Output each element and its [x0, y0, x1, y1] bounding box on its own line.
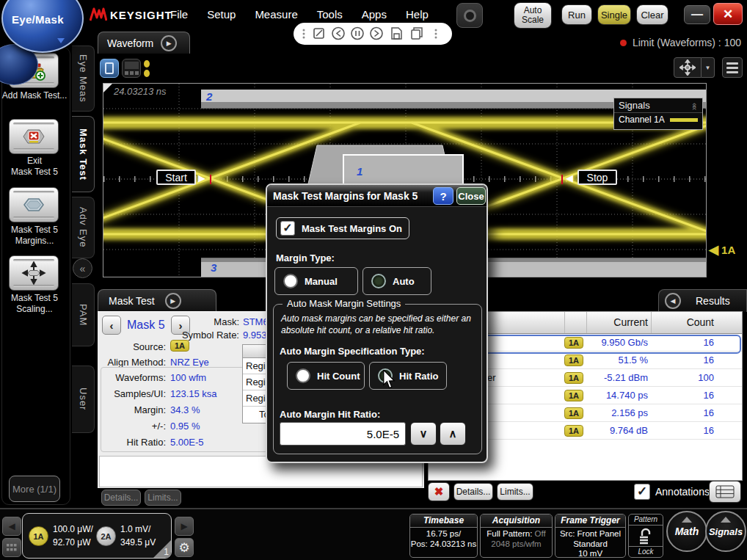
signals-legend[interactable]: Signals«« Channel 1A — [613, 98, 703, 130]
exit-mask-test-button[interactable] — [9, 119, 59, 154]
sidebar-tab-adv-eye[interactable]: Adv Eye — [72, 197, 95, 258]
pan-zoom-button[interactable] — [674, 57, 702, 78]
timebase-box[interactable]: Timebase 16.75 ps/ Pos: 24.03213 ns — [409, 514, 478, 558]
menu-file[interactable]: File — [170, 8, 188, 21]
dialog-help-button[interactable]: ? — [433, 187, 453, 205]
signals-button[interactable]: Signals — [705, 511, 746, 552]
channels-prev-button[interactable]: ◀ — [2, 517, 21, 536]
mask-margins-button[interactable] — [9, 187, 59, 222]
hit-ratio-input[interactable] — [280, 422, 406, 446]
channel-settings-gear-button[interactable]: ⚙ — [175, 538, 194, 557]
margin-type-manual-radio[interactable]: Manual — [274, 267, 358, 295]
save-all-icon — [412, 28, 422, 39]
menu-hamburger-button[interactable] — [722, 57, 743, 78]
channel-settings-panel[interactable]: 1A 100.0 μW/ 92.70 μW 2A 1.0 mV/ 349.5 μ… — [22, 513, 172, 559]
signals-label: Signals — [709, 526, 743, 537]
annotations-checkbox[interactable]: ✓ — [634, 484, 650, 500]
menu-tools[interactable]: Tools — [317, 8, 343, 21]
margin-type-auto-radio[interactable]: Auto — [362, 267, 431, 295]
column-count[interactable]: Count — [651, 312, 717, 333]
single-display-button[interactable] — [100, 59, 119, 78]
auto-margin-settings-group: Auto Mask Margin Settings Auto mask marg… — [273, 304, 482, 454]
single-display-icon — [105, 62, 114, 74]
eye-mask-logo[interactable]: Eye/Mask — [0, 0, 97, 90]
channel-1a-badge[interactable]: 1A — [29, 526, 48, 546]
clear-button[interactable]: Clear — [636, 4, 668, 25]
minimize-button[interactable]: — — [684, 5, 710, 24]
pause-icon — [351, 28, 363, 40]
window-close-button[interactable]: ✕ — [713, 3, 743, 25]
start-marker-label[interactable]: Start — [156, 170, 196, 185]
tab-results-panel[interactable]: ◀ Results — [658, 289, 747, 312]
pattern-lock-box[interactable]: Pattern Lock — [628, 514, 663, 558]
app-title: Eye/Mask — [12, 13, 64, 26]
display-overflow-dots-icon[interactable] — [144, 60, 151, 78]
frame-trigger-box[interactable]: Frame Trigger Src: Front Panel Standard … — [555, 514, 626, 558]
channel-1a-marker[interactable]: ◀1A — [709, 242, 735, 258]
channels-next-button[interactable]: ▶ — [175, 517, 194, 536]
mask-scaling-button[interactable] — [9, 255, 59, 291]
channel-2a-badge[interactable]: 2A — [96, 526, 116, 546]
symbol-rate-label: Symbol Rate: — [171, 330, 239, 341]
channel-marker-text: 1A — [721, 244, 735, 256]
hit-count-radio[interactable]: Hit Count — [287, 362, 365, 390]
hit-count-label: Hit Count — [317, 371, 360, 382]
gear-icon: ⚙ — [178, 540, 189, 556]
prev-mask-button[interactable]: ‹ — [102, 316, 121, 335]
legend-collapse-icon[interactable]: «« — [690, 102, 699, 108]
channel-1a-swatch — [670, 118, 698, 122]
sidebar-tab-user[interactable]: User — [72, 366, 95, 433]
sidebar-tab-pam[interactable]: PAM — [72, 283, 95, 346]
menu-help[interactable]: Help — [406, 8, 429, 21]
save-icon — [392, 28, 401, 39]
spinner-up-button[interactable]: ∧ — [440, 422, 466, 446]
results-collapse-icon[interactable]: ◀ — [665, 293, 681, 309]
run-button[interactable]: Run — [561, 4, 592, 25]
screenshot-camera-button[interactable] — [456, 3, 483, 28]
sidebar-tab-mask-test[interactable]: Mask Test — [72, 116, 95, 192]
results-table-icon — [715, 485, 735, 498]
quick-toolbar[interactable] — [294, 23, 452, 45]
radio-off-icon — [283, 274, 298, 288]
mask-margins-on-checkbox[interactable]: ✓ Mask Test Margins On — [276, 217, 409, 239]
menu-apps[interactable]: Apps — [362, 8, 387, 21]
single-button[interactable]: Single — [597, 4, 631, 25]
mask-test-play-icon[interactable]: ▶ — [165, 293, 181, 309]
menu-measure[interactable]: Measure — [255, 8, 297, 21]
dialog-close-button[interactable]: Close — [456, 187, 486, 205]
tab-waveform[interactable]: Waveform ▶ — [98, 32, 190, 54]
mask-limits-button[interactable]: Limits... — [145, 490, 181, 506]
mask-details-button[interactable]: Details... — [101, 490, 141, 506]
channels-grid-button[interactable] — [2, 538, 21, 557]
channel-1a-values: 100.0 μW/ 92.70 μW — [53, 523, 93, 549]
play-icon[interactable]: ▶ — [161, 35, 177, 51]
checkbox-check-icon: ✓ — [280, 221, 295, 236]
menu-setup[interactable]: Setup — [207, 8, 236, 21]
stop-marker-label[interactable]: Stop — [577, 170, 617, 185]
math-button[interactable]: Math — [666, 511, 707, 552]
camera-icon — [464, 10, 476, 22]
sidebar-collapse-button[interactable]: « — [73, 258, 92, 278]
auto-label: Auto — [393, 276, 415, 287]
spinner-down-button[interactable]: ∨ — [410, 422, 437, 446]
mask-label: Mask: — [171, 316, 239, 327]
timebase-scale: 16.75 ps/ — [410, 529, 477, 539]
pan-dropdown-button[interactable]: ▼ — [702, 57, 715, 78]
results-limits-button[interactable]: Limits... — [497, 483, 533, 501]
results-layout-button[interactable] — [709, 481, 741, 503]
results-details-button[interactable]: Details... — [453, 483, 493, 501]
auto-scale-button[interactable]: Auto Scale — [514, 2, 552, 29]
row-channel-badge: 1A — [564, 354, 583, 366]
acquisition-box[interactable]: Acquisition Full Pattern: Off 2048 pts/w… — [480, 514, 553, 558]
waveforms-value: 100 wfm — [170, 372, 206, 383]
row-channel-badge: 1A — [564, 337, 583, 349]
hit-ratio-radio[interactable]: Hit Ratio — [369, 362, 447, 390]
more-pages-button[interactable]: More (1/1) — [9, 476, 60, 502]
clear-measurement-button[interactable]: ✖ — [428, 482, 450, 501]
start-marker-tick — [210, 175, 211, 184]
tab-mask-test-panel[interactable]: Mask Test ▶ — [98, 289, 216, 312]
column-current[interactable]: Current — [586, 312, 651, 333]
dialog-title-bar[interactable]: Mask Test Margins for Mask 5 ? Close — [267, 185, 487, 207]
radio-on-icon — [371, 274, 386, 288]
grid-display-button[interactable] — [122, 59, 141, 78]
